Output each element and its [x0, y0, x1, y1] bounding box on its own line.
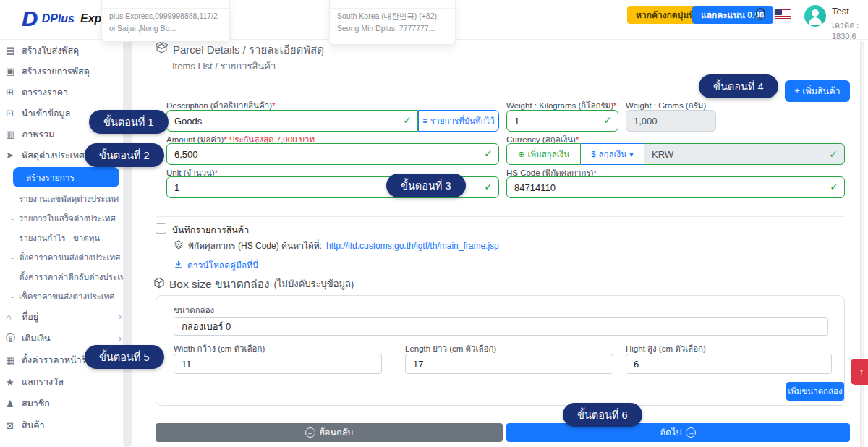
sidebar-scrollbar[interactable] — [123, 40, 132, 447]
avatar-body — [809, 17, 822, 25]
step-badge-2: ขั้นตอนที่ 2 — [85, 143, 164, 167]
plus-circle-icon: ⊕ — [518, 149, 525, 159]
import-icon: ⊡ — [6, 108, 22, 119]
sidebar-subitem-intl-tracking-report[interactable]: - รายงานเลขพัสดุต่างประเทศ — [0, 189, 132, 208]
section-title-row: Parcel Details / รายละเอียดพัสดุ — [155, 41, 324, 59]
scroll-to-top-button[interactable]: ↑ — [851, 359, 868, 385]
box-name-label: ขนาดกล่อง — [174, 304, 214, 317]
box-width-field-wrap — [174, 354, 382, 374]
reward-icon: ★ — [6, 377, 22, 388]
sidebar-subitem-label: เช็คราคาขนส่งต่างประเทศ — [19, 290, 115, 303]
sidebar-subitem-label: ตั้งค่าราคาค่าตีกลับต่างประเทศ — [19, 271, 131, 284]
dash-icon: - — [6, 253, 19, 262]
hs-lookup-link[interactable]: http://itd.customs.go.th/igtf/th/main_fr… — [326, 241, 499, 251]
list-icon: ≡ — [422, 116, 427, 125]
language-flag-us[interactable] — [774, 9, 791, 20]
sidebar-subitem-label: รายงานกำไร - ขาดทุน — [19, 231, 100, 244]
dash-icon: - — [6, 273, 19, 281]
caret-down-icon: ▾ — [629, 149, 634, 159]
layers-icon — [174, 239, 184, 252]
box-height-input[interactable] — [626, 354, 832, 374]
recipient-card-line1: South Korea (대한민국) (+82), — [330, 11, 455, 21]
sidebar-item-address[interactable]: ⌂ ที่อยู่ › — [0, 306, 132, 328]
sidebar-subitem-label: รายงานเลขพัสดุต่างประเทศ — [19, 192, 119, 205]
sidebar-subitem-intl-shipping-price-settings[interactable]: - ตั้งค่าราคาขนส่งต่างประเทศ — [0, 247, 132, 267]
recipient-summary-card[interactable]: South Korea (대한민국) (+82), Seong Min Dplu… — [329, 0, 456, 45]
next-button[interactable]: ถัดไป → — [506, 423, 850, 442]
sidebar-item-label: ที่อยู่ — [22, 310, 38, 324]
dash-icon: - — [6, 234, 19, 242]
box-width-input[interactable] — [174, 354, 382, 374]
weight-g-input — [626, 110, 716, 132]
currency-dropdown[interactable]: $ สกุลเงิน ▾ — [581, 143, 644, 165]
overview-icon: ▥ — [6, 129, 22, 140]
weight-kg-input[interactable] — [506, 110, 618, 132]
saved-items-button[interactable]: ≡ รายการที่บันทึกไว้ — [418, 110, 499, 132]
back-button-label: ย้อนกลับ — [320, 425, 354, 440]
hs-code-input[interactable] — [506, 176, 845, 198]
weight-g-field-wrap — [626, 110, 716, 132]
sidebar: ▤ สร้างใบส่งพัสดุ ▣ สร้างรายการพัสดุ ⊞ ต… — [0, 40, 132, 447]
sidebar-item-label: สร้างใบส่งพัสดุ — [22, 43, 79, 58]
currency-field-group: ⊕ เพิ่มสกุลเงิน $ สกุลเงิน ▾ KRW ✓ — [506, 143, 845, 165]
sidebar-subitem-intl-price-check[interactable]: - เช็คราคาขนส่งต่างประเทศ — [0, 286, 132, 306]
sidebar-item-create-shipping-note[interactable]: ▤ สร้างใบส่งพัสดุ — [0, 40, 132, 61]
sidebar-item-create-entry-active[interactable]: สร้างรายการ — [13, 167, 119, 187]
dash-icon: - — [6, 195, 19, 203]
required-asterisk: * — [272, 101, 275, 110]
copy-icon: ▣ — [6, 66, 22, 77]
flag-canton — [775, 9, 782, 15]
description-input[interactable] — [166, 110, 418, 132]
step-badge-6: ขั้นตอนที่ 6 — [563, 403, 642, 427]
weight-kg-label-text: Weight : Kilograms (กิโลกรัม) — [506, 101, 613, 110]
sidebar-item-price-table[interactable]: ⊞ ตารางราคา — [0, 82, 132, 103]
next-arrow-icon: → — [686, 427, 696, 438]
sidebar-subitem-intl-return-price-settings[interactable]: - ตั้งค่าราคาค่าตีกลับต่างประเทศ — [0, 267, 132, 286]
sidebar-item-members[interactable]: ♟ สมาชิก — [0, 393, 132, 414]
sidebar-item-products[interactable]: ⊠ สินค้า — [0, 414, 132, 436]
page-subtitle: Items List / รายการสินค้า — [172, 59, 276, 74]
sidebar-subitem-intl-receipt-list[interactable]: - รายการใบเสร็จต่างประเทศ — [0, 208, 132, 228]
avatar-head — [812, 9, 819, 17]
download-icon — [174, 260, 183, 271]
add-box-size-button[interactable]: เพิ่มขนาดกล่อง — [786, 382, 844, 401]
brand-name: DPlus — [42, 12, 75, 25]
dollar-icon: $ — [591, 150, 595, 158]
sender-summary-card[interactable]: plus Express,0999998888,117/2 oi Saijai … — [101, 0, 230, 42]
step-badge-5: ขั้นตอนที่ 5 — [85, 345, 164, 369]
home-icon: ⌂ — [6, 312, 22, 323]
sidebar-item-label: ภาพรวม — [22, 127, 54, 142]
brand-logo-icon: D — [22, 8, 38, 30]
sidebar-item-redeem-rewards[interactable]: ★ แลกรางวัล — [0, 371, 132, 393]
box-name-field-wrap — [174, 317, 828, 336]
avatar[interactable] — [804, 5, 826, 27]
sidebar-subitem-profit-loss-report[interactable]: - รายงานกำไร - ขาดทุน — [0, 228, 132, 247]
sidebar-subitem-label: รายการใบเสร็จต่างประเทศ — [19, 212, 116, 225]
save-item-checkbox-label: บันทึกรายการสินค้า — [172, 223, 249, 237]
box-name-input[interactable] — [174, 317, 828, 336]
sidebar-item-label: สมาชิก — [22, 396, 50, 411]
box-length-input[interactable] — [405, 354, 613, 374]
amount-input[interactable] — [166, 143, 499, 165]
amount-field-wrap: ✓ — [166, 143, 499, 165]
sidebar-item-create-parcel-list[interactable]: ▣ สร้างรายการพัสดุ — [0, 61, 132, 82]
recipient-card-line2: Seong Min Dplus, 7777777... — [330, 23, 455, 33]
sidebar-subitem-label: ตั้งค่าราคาขนส่งต่างประเทศ — [19, 251, 120, 264]
box-size-heading-note: (ไม่บังคับระบุข้อมูล) — [274, 276, 354, 291]
user-credit: เครดิต : 1830.6 — [832, 19, 868, 41]
product-icon: ⊠ — [6, 420, 22, 431]
box-length-field-wrap — [405, 354, 613, 374]
add-currency-button[interactable]: ⊕ เพิ่มสกุลเงิน — [506, 143, 581, 165]
notification-bell-icon[interactable] — [752, 7, 768, 22]
hs-lookup-text: พิกัดศุลกากร (HS Code) ค้นหาได้ที่: — [188, 239, 322, 252]
currency-value: KRW — [652, 149, 673, 160]
sender-card-line2: oi Saijai ,Nong Bo... — [102, 23, 229, 33]
recipient-card-clipped-row — [330, 0, 455, 9]
page-scrollbar[interactable] — [860, 41, 864, 447]
back-button[interactable]: ← ย้อนกลับ — [156, 423, 503, 442]
save-item-checkbox[interactable] — [156, 223, 166, 234]
sidebar-item-label: สร้างรายการพัสดุ — [22, 64, 90, 79]
valid-check-icon: ✓ — [829, 148, 838, 160]
add-item-button[interactable]: + เพิ่มสินค้า — [785, 80, 850, 102]
download-manual-link[interactable]: ดาวน์โหลดคู่มือที่นี่ — [187, 258, 258, 272]
